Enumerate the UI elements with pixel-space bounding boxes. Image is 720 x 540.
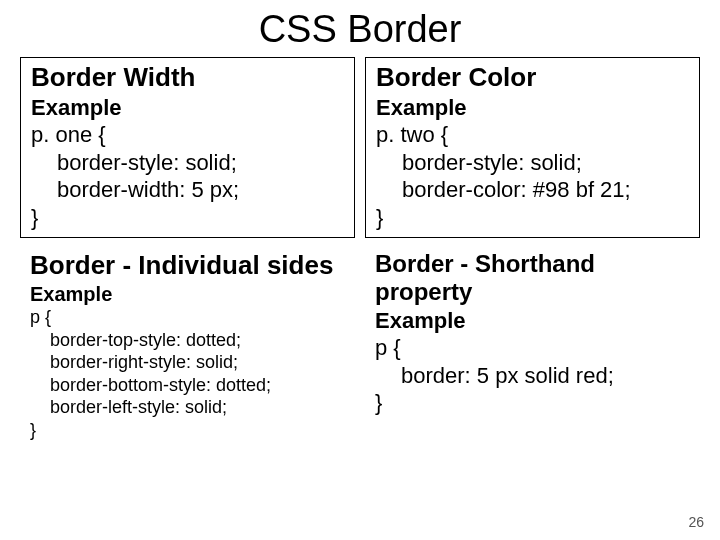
code-block: p { border-top-style: dotted; border-rig…	[30, 306, 345, 441]
code-line: p {	[375, 335, 401, 360]
example-label: Example	[31, 95, 344, 121]
code-block: p { border: 5 px solid red; }	[375, 334, 690, 417]
code-line: border-width: 5 px;	[31, 176, 344, 204]
code-line: p. one {	[31, 122, 106, 147]
cell-shorthand: Border - Shorthand property Example p { …	[365, 246, 700, 447]
code-line: border-style: solid;	[31, 149, 344, 177]
slide: CSS Border Border Width Example p. one {…	[0, 0, 720, 540]
code-line: border-left-style: solid;	[30, 396, 345, 419]
example-label: Example	[30, 283, 345, 306]
heading-border-color: Border Color	[376, 62, 689, 93]
code-line: p {	[30, 307, 51, 327]
heading-individual-sides: Border - Individual sides	[30, 250, 345, 281]
code-line: }	[30, 420, 36, 440]
page-number: 26	[688, 514, 704, 530]
code-line: border-top-style: dotted;	[30, 329, 345, 352]
code-block: p. two { border-style: solid; border-col…	[376, 121, 689, 231]
code-line: }	[375, 390, 382, 415]
page-title: CSS Border	[20, 8, 700, 51]
example-label: Example	[375, 308, 690, 334]
code-line: border-bottom-style: dotted;	[30, 374, 345, 397]
example-label: Example	[376, 95, 689, 121]
heading-shorthand: Border - Shorthand property	[375, 250, 690, 306]
code-line: border-style: solid;	[376, 149, 689, 177]
code-line: p. two {	[376, 122, 448, 147]
cell-border-width: Border Width Example p. one { border-sty…	[20, 57, 355, 238]
heading-border-width: Border Width	[31, 62, 344, 93]
code-block: p. one { border-style: solid; border-wid…	[31, 121, 344, 231]
code-line: }	[31, 205, 38, 230]
code-line: border-color: #98 bf 21;	[376, 176, 689, 204]
code-line: border-right-style: solid;	[30, 351, 345, 374]
content-grid: Border Width Example p. one { border-sty…	[20, 57, 700, 447]
cell-individual-sides: Border - Individual sides Example p { bo…	[20, 246, 355, 447]
code-line: border: 5 px solid red;	[375, 362, 690, 390]
cell-border-color: Border Color Example p. two { border-sty…	[365, 57, 700, 238]
code-line: }	[376, 205, 383, 230]
